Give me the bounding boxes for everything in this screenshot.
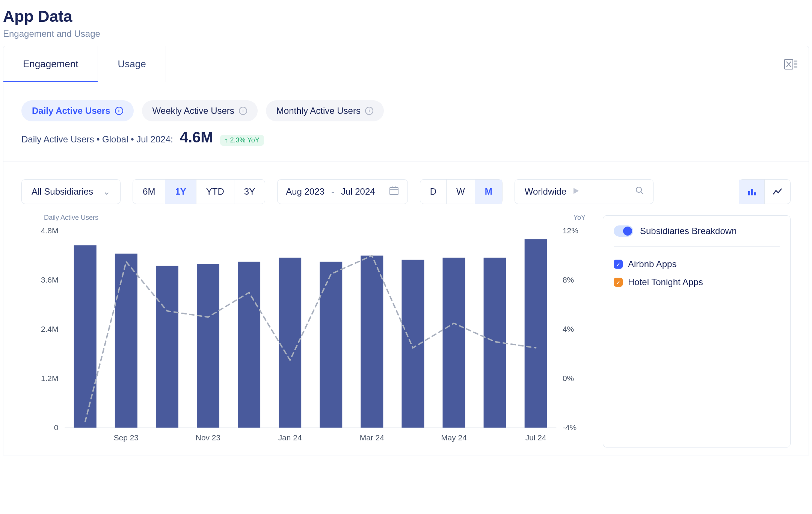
- export-excel-button[interactable]: [784, 57, 809, 71]
- yoy-text: 2.3% YoY: [230, 136, 260, 144]
- svg-rect-12: [754, 192, 756, 195]
- view-bar[interactable]: [739, 180, 765, 204]
- calendar-icon: [389, 185, 399, 198]
- chip-label: Daily Active Users: [32, 106, 110, 116]
- svg-rect-23: [74, 245, 97, 428]
- metric-chip-row: Daily Active Users i Weekly Active Users…: [3, 100, 809, 121]
- chip-label: Weekly Active Users: [152, 106, 234, 116]
- svg-text:0: 0: [54, 423, 59, 432]
- line-chart-icon: [773, 187, 782, 197]
- svg-text:8%: 8%: [563, 275, 574, 284]
- range-ytd[interactable]: YTD: [196, 180, 234, 204]
- svg-line-9: [641, 192, 643, 194]
- svg-rect-28: [279, 258, 301, 428]
- svg-rect-3: [794, 66, 797, 68]
- svg-text:12%: 12%: [563, 226, 578, 235]
- date-sep: -: [331, 186, 334, 197]
- region-label: Worldwide: [525, 186, 567, 197]
- tab-usage[interactable]: Usage: [98, 46, 166, 82]
- svg-point-8: [636, 187, 641, 192]
- legend-label: Hotel Tonight Apps: [628, 277, 703, 287]
- svg-text:Jul 24: Jul 24: [525, 433, 546, 442]
- svg-rect-30: [361, 255, 383, 428]
- y-axis-left-title: Daily Active Users: [44, 214, 98, 222]
- svg-text:0%: 0%: [563, 374, 574, 382]
- svg-rect-27: [238, 262, 260, 428]
- svg-rect-2: [794, 63, 797, 65]
- svg-text:4%: 4%: [563, 325, 574, 333]
- tab-bar: Engagement Usage: [3, 46, 809, 82]
- date-to: Jul 2024: [341, 186, 375, 197]
- svg-text:2.4M: 2.4M: [41, 325, 59, 333]
- tab-engagement[interactable]: Engagement: [3, 46, 98, 82]
- svg-rect-25: [156, 266, 178, 428]
- play-store-icon: [572, 186, 580, 197]
- svg-text:3.6M: 3.6M: [41, 275, 59, 284]
- legend-airbnb[interactable]: ✓ Airbnb Apps: [614, 255, 780, 273]
- svg-rect-10: [748, 191, 750, 195]
- svg-rect-1: [794, 60, 797, 62]
- date-from: Aug 2023: [286, 186, 324, 197]
- page-title: App Data: [3, 8, 809, 26]
- svg-rect-32: [443, 258, 465, 428]
- engagement-chart: Daily Active Users YoY 01.2M2.4M3.6M4.8M…: [21, 215, 588, 447]
- subsidiaries-breakdown-label: Subsidiaries Breakdown: [640, 226, 737, 236]
- subsidiaries-label: All Subsidiaries: [32, 186, 93, 197]
- granularity-week[interactable]: W: [447, 180, 475, 204]
- date-range-picker[interactable]: Aug 2023 - Jul 2024: [277, 179, 408, 204]
- checkbox-icon: ✓: [614, 260, 623, 269]
- stat-value: 4.6M: [180, 129, 213, 146]
- excel-icon: [784, 57, 798, 71]
- region-select[interactable]: Worldwide: [515, 179, 654, 204]
- svg-text:4.8M: 4.8M: [41, 226, 59, 235]
- legend-label: Airbnb Apps: [628, 259, 676, 269]
- search-icon: [635, 186, 647, 197]
- chip-daily-active-users[interactable]: Daily Active Users i: [21, 100, 134, 121]
- svg-text:-4%: -4%: [563, 423, 577, 432]
- view-line[interactable]: [765, 180, 790, 204]
- chip-label: Monthly Active Users: [276, 106, 361, 116]
- bar-chart-icon: [747, 187, 757, 197]
- range-3y[interactable]: 3Y: [234, 180, 265, 204]
- svg-rect-11: [751, 189, 753, 195]
- svg-text:Mar 24: Mar 24: [360, 433, 385, 442]
- svg-rect-29: [320, 262, 342, 428]
- time-range-segmented: 6M 1Y YTD 3Y: [133, 179, 265, 204]
- chart-side-panel: Subsidiaries Breakdown ✓ Airbnb Apps ✓ H…: [603, 215, 791, 447]
- chip-monthly-active-users[interactable]: Monthly Active Users i: [266, 100, 384, 121]
- svg-rect-24: [115, 254, 137, 428]
- svg-rect-26: [197, 264, 219, 428]
- granularity-day[interactable]: D: [420, 180, 447, 204]
- y-axis-right-title: YoY: [574, 214, 586, 222]
- summary-stat-line: Daily Active Users • Global • Jul 2024: …: [3, 121, 809, 162]
- range-1y[interactable]: 1Y: [165, 180, 196, 204]
- info-icon[interactable]: i: [115, 107, 123, 115]
- svg-text:Nov 23: Nov 23: [196, 433, 220, 442]
- legend-hotel-tonight[interactable]: ✓ Hotel Tonight Apps: [614, 273, 780, 291]
- subsidiaries-select[interactable]: All Subsidiaries ⌄: [21, 179, 121, 204]
- chart-canvas: 01.2M2.4M3.6M4.8M-4%0%4%8%12%Sep 23Nov 2…: [21, 215, 588, 447]
- subsidiaries-breakdown-toggle[interactable]: [614, 225, 633, 237]
- granularity-month[interactable]: M: [475, 180, 502, 204]
- svg-rect-34: [525, 239, 547, 428]
- granularity-segmented: D W M: [420, 179, 503, 204]
- stat-context: Daily Active Users • Global • Jul 2024:: [21, 134, 173, 145]
- chip-weekly-active-users[interactable]: Weekly Active Users i: [142, 100, 258, 121]
- svg-text:1.2M: 1.2M: [41, 374, 59, 382]
- chevron-down-icon: ⌄: [103, 186, 110, 197]
- chart-controls-row: All Subsidiaries ⌄ 6M 1Y YTD 3Y Aug 2023…: [3, 162, 809, 215]
- info-icon[interactable]: i: [239, 107, 247, 115]
- svg-text:Jan 24: Jan 24: [278, 433, 302, 442]
- info-icon[interactable]: i: [365, 107, 373, 115]
- yoy-badge: ↑ 2.3% YoY: [220, 135, 264, 146]
- svg-rect-4: [390, 187, 398, 195]
- range-6m[interactable]: 6M: [133, 180, 165, 204]
- svg-text:May 24: May 24: [441, 433, 467, 442]
- arrow-up-icon: ↑: [225, 136, 228, 144]
- chart-view-toggle: [739, 179, 791, 204]
- svg-text:Sep 23: Sep 23: [114, 433, 139, 442]
- page-subtitle: Engagement and Usage: [3, 29, 809, 39]
- checkbox-icon: ✓: [614, 278, 623, 287]
